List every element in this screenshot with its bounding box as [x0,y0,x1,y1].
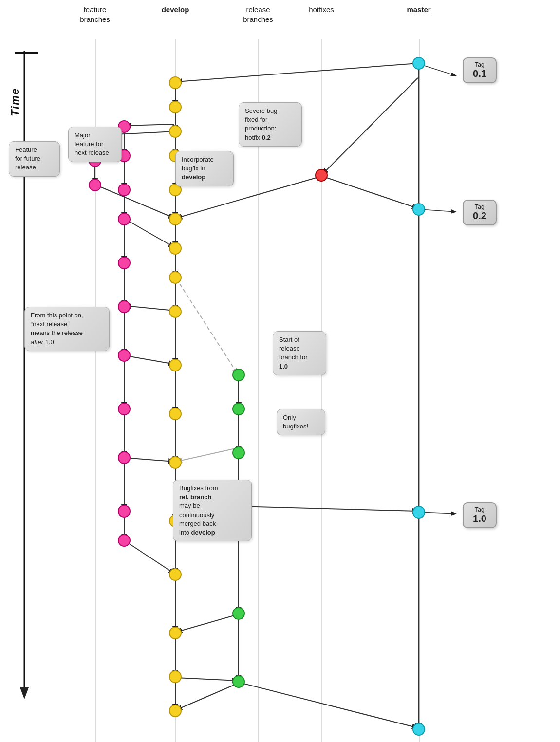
node-master-initial [412,57,425,70]
node-feat1-3 [89,179,101,191]
tag-box-02: Tag 0.2 [463,200,497,225]
tag-box-01: Tag 0.1 [463,57,497,83]
tag-label-10: Tag [471,506,488,513]
svg-line-52 [124,458,174,462]
node-feat2-8 [118,403,131,415]
lane-master [419,39,420,742]
diagram-container: featurebranches develop releasebranches … [0,0,560,742]
node-master-bottom [412,723,425,736]
header-hotfixes: hotfixes [297,5,346,15]
svg-line-43 [322,176,418,208]
header-develop: develop [151,5,200,15]
node-develop-17 [169,705,182,717]
header-release: releasebranches [226,5,290,24]
node-develop-7 [169,242,182,255]
tag-label-01: Tag [471,61,488,68]
node-release-1 [232,369,245,381]
svg-line-51 [124,540,174,574]
node-release-5 [232,607,245,620]
svg-line-38 [125,124,174,126]
node-develop-8 [169,271,182,284]
callout-only-bugfixes: Onlybugfixes! [277,409,325,435]
svg-line-41 [176,278,238,374]
node-release-3 [232,446,245,459]
node-feat2-9 [118,451,131,464]
callout-incorporate-bugfix: Incorporatebugfix indevelop [175,151,234,186]
node-develop-14 [169,568,182,581]
tag-label-02: Tag [471,204,488,210]
node-feat2-3 [118,184,131,196]
svg-line-55 [240,683,418,728]
node-hotfix-1 [315,169,328,182]
callout-severe-bug: Severe bugfixed forproduction:hotfix 0.2 [239,102,302,147]
node-develop-2 [169,101,182,113]
tag-box-10: Tag 1.0 [463,502,497,528]
node-release-6 [232,675,245,688]
node-master-02 [412,203,425,216]
svg-line-58 [125,306,174,311]
svg-line-40 [125,219,174,247]
node-feat2-5 [118,257,131,269]
node-develop-3 [169,125,182,138]
svg-line-53 [176,614,238,632]
callout-bugfixes-merged: Bugfixes fromrel. branchmay becontinuous… [173,480,252,541]
header-master: master [399,5,438,15]
node-feat2-6 [118,300,131,313]
svg-line-45 [420,64,455,75]
node-develop-6 [169,213,182,225]
svg-line-56 [176,683,240,710]
svg-line-42 [322,78,418,174]
tag-value-02: 0.2 [471,210,488,222]
callout-next-release: From this point on,“next release”means t… [24,307,110,351]
header-feature: featurebranches [63,5,127,24]
node-master-10 [412,506,425,519]
tag-value-10: 1.0 [471,513,488,524]
node-release-2 [232,403,245,415]
svg-line-48 [240,506,418,511]
time-label: Time [9,88,21,116]
node-feat2-7 [118,349,131,362]
node-develop-12 [169,456,182,469]
svg-line-57 [124,355,174,364]
svg-line-54 [176,678,238,681]
svg-line-39 [96,185,174,218]
node-develop-10 [169,359,182,371]
svg-line-36 [176,63,418,82]
svg-line-49 [176,448,238,462]
node-develop-16 [169,670,182,683]
callout-major-feature: Majorfeature fornext release [68,127,122,162]
callout-feature-future: Featurefor futurerelease [9,141,60,177]
node-develop-9 [169,305,182,318]
node-develop-15 [169,627,182,639]
lane-hotfixes [321,39,322,742]
node-develop-11 [169,408,182,420]
node-feat2-10 [118,505,131,518]
node-feat2-4 [118,213,131,225]
callout-start-release: Start ofreleasebranch for1.0 [273,331,326,375]
tag-value-01: 0.1 [471,68,488,79]
node-develop-1 [169,76,182,89]
node-feat2-11 [118,534,131,547]
